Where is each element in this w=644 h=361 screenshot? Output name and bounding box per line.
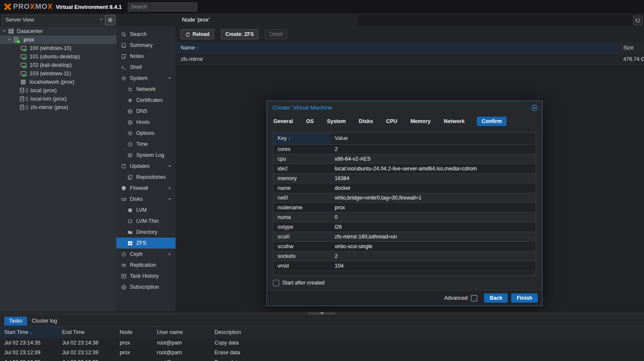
nav-item-dns[interactable]: DNS <box>116 106 176 117</box>
nav-item-certificates[interactable]: Certificates <box>116 95 176 106</box>
tab-cluster-log[interactable]: Cluster log <box>27 317 62 325</box>
nav-item-repositories[interactable]: Repositories <box>116 172 176 183</box>
tree-item-node-prox[interactable]: prox <box>0 36 116 44</box>
nav-item-task-history[interactable]: Task History <box>116 271 176 282</box>
summary-row[interactable]: numa0 <box>273 213 536 222</box>
hdd-icon <box>121 197 127 202</box>
table-row-zfs-mirror[interactable]: zfs-mirror 476.74 GB <box>176 54 644 65</box>
tab-disks[interactable]: Disks <box>358 117 374 126</box>
expand-chevron-icon[interactable] <box>2 28 7 33</box>
summary-row[interactable]: sockets2 <box>273 252 536 261</box>
tree-item-vm-101[interactable]: 101 (ubuntu-desktop) <box>0 52 116 61</box>
pool-size: 476.74 GB <box>623 54 644 65</box>
running-play-icon <box>24 48 28 52</box>
summary-row[interactable]: ide2local:iso/ubuntu-24.04.2-live-server… <box>273 164 536 174</box>
task-row[interactable]: Jul 02 23:12:39Jul 02 23:12:39 proxroot@… <box>0 348 644 358</box>
tab-network[interactable]: Network <box>443 117 465 126</box>
view-selector-dropdown[interactable]: Server View <box>2 15 107 25</box>
dialog-header[interactable]: Create: Virtual Machine <box>267 101 542 115</box>
nav-item-lvm-thin[interactable]: LVM-Thin <box>116 216 176 227</box>
globe-icon <box>127 109 133 114</box>
column-header-end-time[interactable]: End Time <box>58 327 120 338</box>
second-header-row: Server View Node 'prox' <box>0 14 644 26</box>
advanced-checkbox[interactable] <box>471 295 477 301</box>
task-list-icon <box>121 273 127 279</box>
tab-confirm[interactable]: Confirm <box>477 117 506 126</box>
sort-asc-icon: ↑ <box>196 45 199 50</box>
wizard-tab-bar: General OS System Disks CPU Memory Netwo… <box>272 115 538 127</box>
tree-item-vm-102[interactable]: 102 (kali-desktop) <box>0 61 116 69</box>
nav-item-firewall[interactable]: Firewall <box>116 183 176 194</box>
tree-item-vm-103[interactable]: 103 (windows-11) <box>0 69 116 78</box>
nav-item-summary[interactable]: Summary <box>116 40 176 51</box>
nav-item-lvm[interactable]: LVM <box>116 205 176 216</box>
summary-row[interactable]: ostypel26 <box>273 222 536 232</box>
usage-bar-icon <box>25 104 29 110</box>
column-header-size[interactable]: Size <box>619 42 644 54</box>
advanced-label: Advanced <box>444 295 468 301</box>
summary-row[interactable]: net0virtio,bridge=vmbr0,tag=30,firewall=… <box>273 193 536 203</box>
nav-item-zfs[interactable]: ZFS <box>116 238 176 249</box>
tree-settings-button[interactable] <box>105 15 116 25</box>
nav-item-directory[interactable]: Directory <box>116 227 176 238</box>
nav-item-network[interactable]: Network <box>116 84 176 95</box>
summary-row[interactable]: cores2 <box>273 145 536 154</box>
nav-item-replication[interactable]: Replication <box>116 260 176 271</box>
summary-row[interactable]: namedocker <box>273 183 536 193</box>
tab-cpu[interactable]: CPU <box>385 117 398 126</box>
column-header-description[interactable]: Description <box>210 327 644 338</box>
tab-system[interactable]: System <box>326 117 347 126</box>
task-row[interactable]: Jul 02 23:14:35Jul 02 23:14:38 proxroot@… <box>0 338 644 348</box>
nav-item-notes[interactable]: Notes <box>116 51 176 62</box>
column-header-user-name[interactable]: User name <box>153 327 215 338</box>
reload-button[interactable]: Reload <box>181 29 214 39</box>
finish-button[interactable]: Finish <box>511 293 538 303</box>
running-play-icon <box>24 65 28 69</box>
global-search-input[interactable] <box>128 3 197 11</box>
nav-item-subscription[interactable]: Subscription <box>116 282 176 293</box>
nav-item-shell[interactable]: Shell <box>116 62 176 73</box>
start-after-created-checkbox[interactable] <box>273 280 279 286</box>
nav-item-options[interactable]: Options <box>116 128 176 139</box>
tree-item-localnetwork[interactable]: localnetwork (prox) <box>0 78 116 86</box>
task-row[interactable]: Jul 02 23:12:35Jul 02 23:12:35 proxroot@… <box>0 358 644 361</box>
tree-item-vm-100[interactable]: 100 (windows-10) <box>0 44 116 52</box>
summary-row[interactable]: nodenameprox <box>273 203 536 213</box>
nav-item-search[interactable]: Search <box>116 29 176 40</box>
column-header-node[interactable]: Node <box>116 327 157 338</box>
reset-layout-button[interactable] <box>633 16 643 25</box>
summary-row[interactable]: scsi0zfs-mirror:160,iothread=on <box>273 232 536 242</box>
create-zfs-button[interactable]: Create: ZFS <box>221 29 259 39</box>
splitter-collapse-handle[interactable] <box>308 312 336 315</box>
nav-item-time[interactable]: Time <box>116 139 176 150</box>
resource-tree: Datacenter prox 100 (windows-10) 101 (ub… <box>0 26 117 312</box>
nav-item-system-log[interactable]: System Log <box>116 150 176 161</box>
summary-row[interactable]: scsihwvirtio-scsi-single <box>273 242 536 252</box>
tree-item-storage-local[interactable]: local (prox) <box>0 86 116 95</box>
column-header-start-time[interactable]: Start Time ↓ <box>0 327 63 338</box>
back-button[interactable]: Back <box>484 293 508 303</box>
tab-os[interactable]: OS <box>305 117 315 126</box>
column-header-key[interactable]: Key ↑ <box>273 133 335 144</box>
nav-item-updates[interactable]: Updates <box>116 161 176 172</box>
summary-row[interactable]: memory16384 <box>273 174 536 183</box>
tab-tasks[interactable]: Tasks <box>4 317 27 325</box>
expand-chevron-icon[interactable] <box>7 37 12 42</box>
tree-item-storage-local-lvm[interactable]: local-lvm (prox) <box>0 95 116 103</box>
nav-item-system[interactable]: System <box>116 73 176 84</box>
summary-row[interactable]: vmid104 <box>273 261 536 271</box>
tab-general[interactable]: General <box>272 117 294 126</box>
node-nav-panel: Search Summary Notes Shell System Networ… <box>116 26 176 312</box>
close-icon[interactable] <box>531 104 538 111</box>
column-header-name[interactable]: Name ↑ <box>176 42 624 54</box>
detail-button[interactable]: Detail <box>265 29 287 39</box>
folder-icon <box>127 230 133 235</box>
nav-item-ceph[interactable]: Ceph <box>116 249 176 260</box>
summary-row[interactable]: cpux86-64-v2-AES <box>273 154 536 164</box>
tree-item-storage-zfs-mirror[interactable]: zfs-mirror (prox) <box>0 103 116 112</box>
tab-memory[interactable]: Memory <box>410 117 432 126</box>
nav-item-hosts[interactable]: Hosts <box>116 117 176 128</box>
nav-item-disks[interactable]: Disks <box>116 194 176 205</box>
tree-item-datacenter[interactable]: Datacenter <box>0 27 116 36</box>
column-header-value[interactable]: Value <box>330 133 536 144</box>
